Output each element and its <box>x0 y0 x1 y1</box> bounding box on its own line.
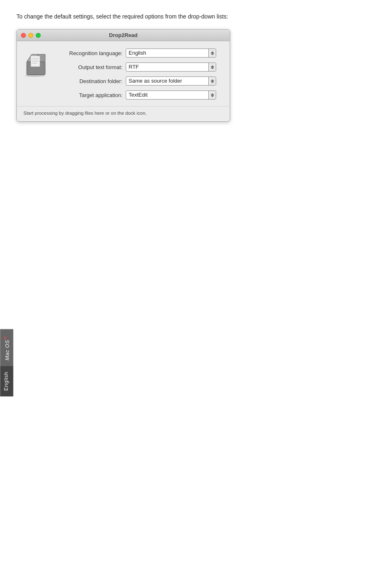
sidebar-english-label: English <box>3 372 9 391</box>
arrow-down-icon <box>211 81 214 83</box>
arrow-up-icon <box>211 93 214 95</box>
window-title: Drop2Read <box>109 32 137 38</box>
arrow-down-icon <box>211 67 214 69</box>
output-format-value: RTF <box>126 62 208 72</box>
recognition-language-label: Recognition language: <box>59 50 122 56</box>
destination-folder-label: Destination folder: <box>59 78 122 84</box>
intro-text: To change the default settings, select t… <box>16 12 376 21</box>
target-application-value: TextEdit <box>126 90 208 100</box>
mac-body: Recognition language: English Output tex… <box>17 41 230 106</box>
mac-window: Drop2Read <box>16 29 230 122</box>
arrow-up-icon <box>211 65 214 67</box>
destination-folder-value: Same as source folder <box>126 76 208 86</box>
maximize-button[interactable] <box>36 33 41 38</box>
recognition-language-row: Recognition language: English <box>59 49 223 58</box>
output-format-row: Output text format: RTF <box>59 62 223 72</box>
arrow-down-icon <box>211 95 214 97</box>
page-content: To change the default settings, select t… <box>0 0 392 134</box>
destination-folder-row: Destination folder: Same as source folde… <box>59 76 223 86</box>
mac-window-buttons <box>21 33 41 38</box>
output-format-select[interactable]: RTF <box>126 62 216 72</box>
output-format-label: Output text format: <box>59 64 122 70</box>
settings-form: Recognition language: English Output tex… <box>59 49 223 100</box>
svg-point-8 <box>25 74 45 77</box>
destination-folder-select[interactable]: Same as source folder <box>126 76 216 86</box>
recognition-language-select[interactable]: English <box>126 49 216 58</box>
arrow-up-icon <box>211 79 214 81</box>
sidebar-english-tab[interactable]: English <box>0 366 13 396</box>
minimize-button[interactable] <box>28 33 33 38</box>
close-button[interactable] <box>21 33 26 38</box>
output-format-arrow <box>208 63 216 71</box>
target-application-row: Target application: TextEdit <box>59 90 223 100</box>
target-application-select[interactable]: TextEdit <box>126 90 216 100</box>
mac-footer: Start processing by dragging files here … <box>17 106 230 121</box>
mac-titlebar: Drop2Read <box>17 30 230 41</box>
arrow-down-icon <box>211 53 214 55</box>
recognition-language-arrow <box>208 49 216 57</box>
sidebar: Mac OS® English <box>0 329 13 397</box>
target-application-label: Target application: <box>59 92 122 98</box>
destination-folder-arrow <box>208 77 216 85</box>
svg-rect-3 <box>31 56 40 67</box>
app-icon-area <box>23 49 53 100</box>
scanner-icon <box>23 50 51 78</box>
footer-text: Start processing by dragging files here … <box>23 111 147 116</box>
arrow-up-icon <box>211 51 214 53</box>
target-application-arrow <box>208 91 216 99</box>
recognition-language-value: English <box>126 49 208 58</box>
sidebar-macos-tab[interactable]: Mac OS® <box>0 329 13 366</box>
